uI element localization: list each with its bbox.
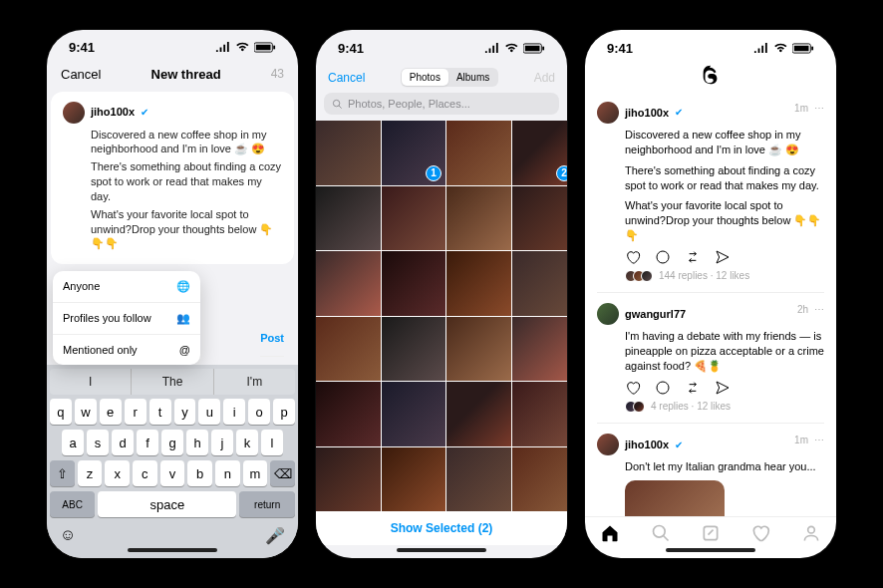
key-j[interactable]: j (211, 430, 233, 455)
photo-tile[interactable] (382, 251, 446, 316)
photo-tile[interactable] (512, 317, 568, 382)
username[interactable]: jiho100x (91, 105, 135, 120)
photo-tile[interactable] (446, 121, 511, 185)
key-h[interactable]: h (186, 430, 208, 455)
photo-tile[interactable]: 2 (512, 121, 568, 185)
suggest-3[interactable]: I'm (214, 369, 295, 395)
photo-tile[interactable] (316, 382, 381, 446)
photo-tile[interactable] (382, 186, 446, 251)
key-o[interactable]: o (248, 399, 270, 425)
photo-tile[interactable] (316, 317, 381, 382)
username[interactable]: jiho100x (625, 106, 669, 121)
compose-text-1[interactable]: Discovered a new coffee shop in my neigh… (91, 128, 282, 157)
key-space[interactable]: space (98, 491, 236, 517)
threads-logo-icon[interactable] (585, 60, 836, 92)
photo-tile[interactable]: 1 (382, 121, 446, 185)
key-y[interactable]: y (174, 399, 196, 425)
key-l[interactable]: l (261, 430, 283, 455)
tab-home[interactable] (585, 523, 635, 543)
key-backspace[interactable]: ⌫ (270, 460, 295, 486)
cancel-button[interactable]: Cancel (328, 71, 365, 85)
post-image[interactable] (625, 480, 725, 516)
key-n[interactable]: n (215, 460, 240, 486)
photo-tile[interactable] (316, 251, 381, 316)
home-indicator[interactable] (397, 548, 486, 552)
post-button[interactable]: Post (260, 321, 284, 357)
home-indicator[interactable] (128, 548, 217, 552)
photo-tile[interactable] (382, 382, 446, 446)
username[interactable]: gwangurl77 (625, 307, 686, 322)
tab-search[interactable] (635, 523, 685, 543)
photo-tile[interactable] (446, 447, 511, 512)
mic-icon[interactable]: 🎤 (265, 526, 285, 545)
show-selected-button[interactable]: Show Selected (2) (316, 511, 567, 545)
key-e[interactable]: e (100, 399, 122, 425)
key-w[interactable]: w (75, 399, 97, 425)
avatar[interactable] (597, 102, 619, 124)
key-f[interactable]: f (137, 430, 158, 455)
repost-icon[interactable] (685, 380, 701, 396)
key-x[interactable]: x (105, 460, 130, 486)
like-icon[interactable] (625, 380, 641, 396)
username[interactable]: jiho100x (625, 438, 669, 452)
cancel-button[interactable]: Cancel (61, 67, 101, 82)
repost-icon[interactable] (685, 249, 701, 265)
menu-follow[interactable]: Profiles you follow 👥 (53, 303, 200, 335)
comment-icon[interactable] (655, 249, 671, 265)
tab-compose[interactable] (686, 523, 736, 543)
key-i[interactable]: i (223, 399, 245, 425)
seg-albums[interactable]: Albums (448, 69, 497, 86)
photo-tile[interactable] (446, 317, 511, 382)
facepile[interactable] (625, 401, 645, 413)
home-indicator[interactable] (666, 548, 755, 552)
key-a[interactable]: a (62, 430, 84, 455)
key-d[interactable]: d (112, 430, 134, 455)
photo-tile[interactable] (512, 382, 568, 446)
tab-activity[interactable] (736, 523, 785, 543)
seg-photos[interactable]: Photos (402, 69, 448, 86)
photo-tile[interactable] (512, 447, 568, 512)
key-abc[interactable]: ABC (50, 491, 95, 517)
facepile[interactable] (625, 270, 653, 282)
key-return[interactable]: return (239, 491, 295, 517)
share-icon[interactable] (715, 380, 731, 396)
feed[interactable]: jiho100x ✔ 1m⋯ Discovered a new coffee s… (585, 92, 836, 516)
key-v[interactable]: v (160, 460, 185, 486)
photo-tile[interactable] (382, 317, 446, 382)
key-u[interactable]: u (198, 399, 220, 425)
menu-anyone[interactable]: Anyone 🌐 (53, 271, 200, 303)
post-stats[interactable]: 4 replies · 12 likes (651, 400, 731, 414)
key-z[interactable]: z (78, 460, 103, 486)
suggest-1[interactable]: I (50, 369, 132, 395)
key-b[interactable]: b (187, 460, 212, 486)
photo-tile[interactable] (316, 447, 381, 512)
key-r[interactable]: r (125, 399, 147, 425)
photo-tile[interactable] (446, 251, 511, 316)
photo-tile[interactable] (512, 186, 568, 251)
key-p[interactable]: p (273, 399, 295, 425)
menu-mentioned[interactable]: Mentioned only @ (53, 335, 200, 365)
key-m[interactable]: m (243, 460, 268, 486)
tab-profile[interactable] (786, 523, 836, 543)
emoji-icon[interactable]: ☺ (60, 526, 76, 545)
key-c[interactable]: c (133, 460, 157, 486)
photo-tile[interactable] (512, 251, 568, 316)
share-icon[interactable] (715, 249, 731, 265)
more-icon[interactable]: ⋯ (814, 102, 824, 116)
photo-tile[interactable] (382, 447, 446, 512)
avatar[interactable] (597, 434, 619, 455)
add-button[interactable]: Add (534, 71, 555, 85)
like-icon[interactable] (625, 249, 641, 265)
search-input[interactable]: Photos, People, Places... (324, 93, 559, 115)
suggest-2[interactable]: The (132, 369, 213, 395)
avatar[interactable] (63, 102, 85, 124)
compose-text-3[interactable]: What's your favorite local spot to unwin… (91, 207, 282, 252)
post-stats[interactable]: 144 replies · 12 likes (659, 269, 749, 283)
key-s[interactable]: s (87, 430, 109, 455)
key-shift[interactable]: ⇧ (50, 460, 75, 486)
photo-tile[interactable] (316, 186, 381, 251)
photo-tile[interactable] (446, 186, 511, 251)
photo-tile[interactable] (446, 382, 511, 446)
photo-tile[interactable] (316, 121, 381, 185)
compose-text-2[interactable]: There's something about finding a cozy s… (91, 159, 282, 204)
